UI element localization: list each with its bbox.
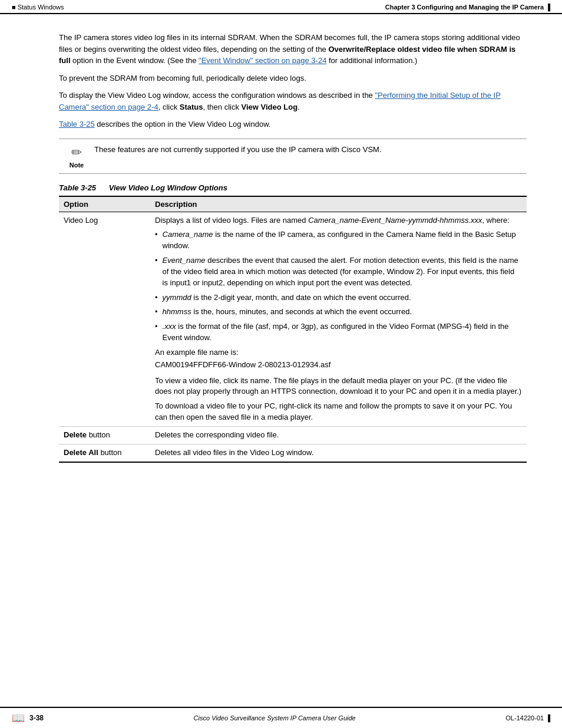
table-row: Delete All button Deletes all video file…	[59, 444, 527, 462]
note-pencil-icon: ✏	[71, 145, 82, 160]
note-label: Note	[70, 162, 84, 169]
bullet-yymmdd: yymmdd is the 2-digit year, month, and d…	[163, 292, 411, 304]
footer-page-num: 3-38	[29, 714, 44, 722]
footer-center: Cisco Video Surveillance System IP Camer…	[194, 714, 356, 722]
book-icon: 📖	[12, 711, 25, 724]
table-number: Table 3-25	[59, 183, 96, 192]
list-item: .xxx is the format of the file (asf, mp4…	[155, 321, 522, 344]
desc-delete: Deletes the corresponding video file.	[150, 427, 527, 444]
para-3: To display the View Video Log window, ac…	[59, 90, 527, 113]
option-delete-all: Delete All button	[59, 444, 150, 462]
list-item: yymmdd is the 2-digit year, month, and d…	[155, 292, 522, 304]
desc-delete-all: Deletes all video files in the Video Log…	[150, 444, 527, 462]
table-description: View Video Log Window Options	[109, 183, 227, 192]
bullet-xxx: .xxx is the format of the file (asf, mp4…	[163, 321, 522, 344]
para-1: The IP camera stores video log files in …	[59, 32, 527, 67]
list-item: Event_name describes the event that caus…	[155, 255, 522, 289]
download-para: To download a video file to your PC, rig…	[155, 401, 522, 423]
option-delete: Delete button	[59, 427, 150, 444]
view-file-para: To view a video file, click its name. Th…	[155, 375, 522, 398]
page-footer: 📖 3-38 Cisco Video Surveillance System I…	[0, 707, 562, 728]
col-header-option: Option	[59, 196, 150, 212]
note-icon-area: ✏ Note	[59, 144, 94, 169]
table-link[interactable]: Table 3-25	[59, 120, 95, 129]
example-value: CAM00194FFDFF66-Window 2-080213-012934.a…	[155, 360, 522, 371]
para1-end: option in the Event window. (See the	[71, 56, 199, 65]
table-title: Table 3-25 View Video Log Window Options	[59, 183, 527, 192]
header-right: Chapter 3 Configuring and Managing the I…	[385, 4, 550, 11]
page-header: ■ Status Windows Chapter 3 Configuring a…	[0, 0, 562, 14]
para3-mid: , click	[158, 103, 180, 111]
note-text: These features are not currently support…	[94, 144, 527, 156]
header-left: ■ Status Windows	[12, 4, 64, 11]
para3-mid2: , then click	[203, 103, 242, 111]
event-window-link[interactable]: "Event Window" section on page 3-24	[199, 56, 326, 65]
main-table: Option Description Video Log Displays a …	[59, 196, 527, 463]
para2-text: To prevent the SDRAM from becoming full,…	[59, 74, 306, 83]
table-title-sep	[98, 183, 107, 192]
bullet-hhmmss: hhmmss is the, hours, minutes, and secon…	[163, 307, 412, 318]
list-item: hhmmss is the, hours, minutes, and secon…	[155, 307, 522, 318]
para1-end2: for additional information.)	[326, 56, 417, 65]
col-header-desc: Description	[150, 196, 527, 212]
note-box: ✏ Note These features are not currently …	[59, 139, 527, 174]
para3-viewlog: View Video Log	[242, 103, 298, 111]
bullet-list: Camera_name is the name of the IP camera…	[155, 229, 522, 344]
table-row: Delete button Deletes the corresponding …	[59, 427, 527, 444]
para4-end: describes the option in the View Video L…	[95, 120, 271, 129]
page-wrapper: ■ Status Windows Chapter 3 Configuring a…	[0, 0, 562, 728]
list-item: Camera_name is the name of the IP camera…	[155, 229, 522, 252]
filename-format: Camera_name-Event_Name-yymmdd-hhmmss.xxx	[308, 216, 482, 225]
option-video-log: Video Log	[59, 212, 150, 427]
para-2: To prevent the SDRAM from becoming full,…	[59, 73, 527, 84]
example-label: An example file name is:	[155, 347, 522, 358]
footer-left: 📖 3-38	[12, 711, 44, 724]
bullet-event-name: Event_name describes the event that caus…	[163, 255, 522, 289]
main-content: The IP camera stores video log files in …	[59, 14, 527, 463]
para-4: Table 3-25 describes the option in the V…	[59, 118, 527, 130]
para3-end: .	[297, 103, 300, 111]
footer-right: OL-14220-01 ▐	[505, 714, 550, 722]
para3-status: Status	[180, 103, 203, 111]
desc-video-log: Displays a list of video logs. Files are…	[150, 212, 527, 427]
table-row: Video Log Displays a list of video logs.…	[59, 212, 527, 427]
bullet-camera-name: Camera_name is the name of the IP camera…	[163, 229, 522, 252]
para3-start: To display the View Video Log window, ac…	[59, 91, 375, 100]
desc-video-log-main: Displays a list of video logs. Files are…	[155, 215, 522, 226]
